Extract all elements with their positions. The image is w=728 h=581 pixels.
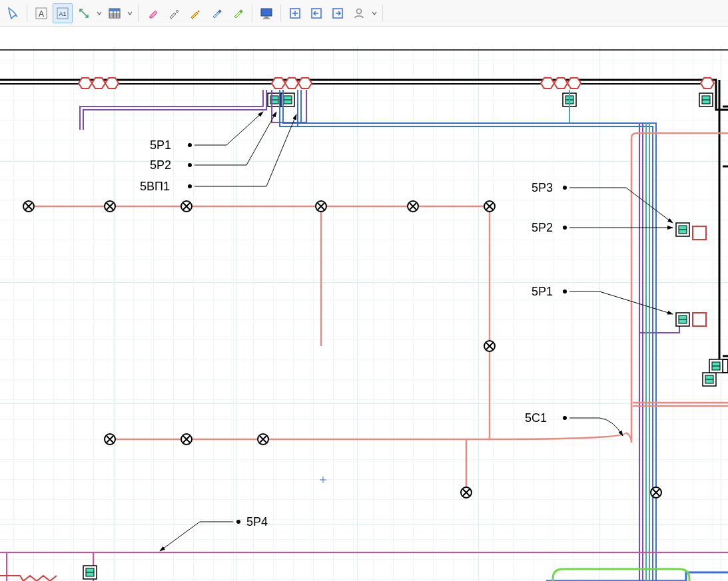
svg-point-27: [188, 143, 192, 147]
svg-point-33: [563, 416, 567, 420]
svg-rect-5: [109, 9, 120, 11]
dimension-dropdown[interactable]: [95, 11, 103, 16]
arrow-left-box-icon: [310, 7, 323, 20]
svg-point-30: [563, 186, 567, 190]
user-button[interactable]: [349, 3, 369, 23]
svg-point-28: [188, 163, 192, 167]
marker-icon: [210, 7, 223, 20]
label-5p3: 5Р3: [532, 181, 553, 194]
separator: [27, 5, 27, 22]
separator: [252, 5, 252, 22]
monitor-icon: [260, 7, 273, 20]
text-a1-button[interactable]: A1: [53, 3, 73, 23]
monitor-button[interactable]: [256, 3, 276, 23]
dimension-button[interactable]: [74, 3, 94, 23]
svg-rect-26: [723, 359, 728, 373]
table-dropdown[interactable]: [126, 11, 134, 16]
svg-point-31: [563, 226, 567, 230]
svg-rect-13: [264, 17, 268, 18]
text-a-icon: A: [35, 7, 48, 20]
text-a1-icon: A1: [56, 7, 69, 20]
label-5p2-left: 5Р2: [150, 158, 171, 172]
separator: [138, 5, 139, 22]
eraser-icon: [146, 7, 159, 20]
pencil-button[interactable]: [185, 3, 205, 23]
eyedropper-button[interactable]: [164, 3, 184, 23]
user-icon: [352, 7, 366, 20]
chevron-down-icon: [97, 11, 102, 16]
pencil-icon: [188, 7, 202, 20]
box-right-button[interactable]: [328, 3, 348, 23]
separator: [280, 5, 281, 22]
eraser-button[interactable]: [143, 3, 163, 23]
label-5p4: 5Р4: [246, 515, 268, 528]
arrow-right-box-icon: [331, 7, 344, 20]
table-icon: [108, 7, 121, 20]
separator: [382, 5, 383, 22]
select-tool-button[interactable]: [3, 3, 23, 23]
table-button[interactable]: [105, 3, 125, 23]
marker-button[interactable]: [206, 3, 226, 23]
import-button[interactable]: [285, 3, 305, 23]
drawing-canvas[interactable]: 5Р1 5Р2 5ВП1 5Р3 5Р2 5Р1 5С1 5Р4: [0, 27, 728, 581]
label-5c1: 5С1: [525, 411, 547, 425]
svg-point-18: [357, 9, 362, 13]
box-left-button[interactable]: [306, 3, 326, 23]
chevron-down-icon: [127, 11, 133, 16]
highlighter-icon: [231, 7, 244, 20]
label-5p2-right: 5Р2: [532, 221, 553, 234]
label-5vp1: 5ВП1: [140, 180, 170, 193]
eyedropper-icon: [167, 7, 181, 20]
cursor-icon: [6, 7, 19, 20]
drawing-overlay: 5Р1 5Р2 5ВП1 5Р3 5Р2 5Р1 5С1 5Р4: [0, 27, 728, 581]
svg-point-29: [188, 184, 192, 188]
svg-point-32: [563, 290, 567, 293]
text-a-button[interactable]: A: [31, 3, 51, 23]
label-5p1-left: 5Р1: [150, 138, 171, 152]
user-dropdown[interactable]: [370, 11, 378, 16]
svg-text:A1: A1: [59, 11, 66, 17]
label-5p1-right: 5Р1: [532, 285, 553, 298]
highlighter-button[interactable]: [228, 3, 248, 23]
svg-point-34: [236, 520, 240, 524]
svg-text:A: A: [39, 9, 44, 19]
svg-rect-12: [261, 9, 272, 16]
toolbar: A A1: [0, 0, 728, 27]
plus-box-icon: [288, 7, 302, 20]
chevron-down-icon: [372, 11, 377, 16]
dimension-icon: [77, 7, 91, 20]
